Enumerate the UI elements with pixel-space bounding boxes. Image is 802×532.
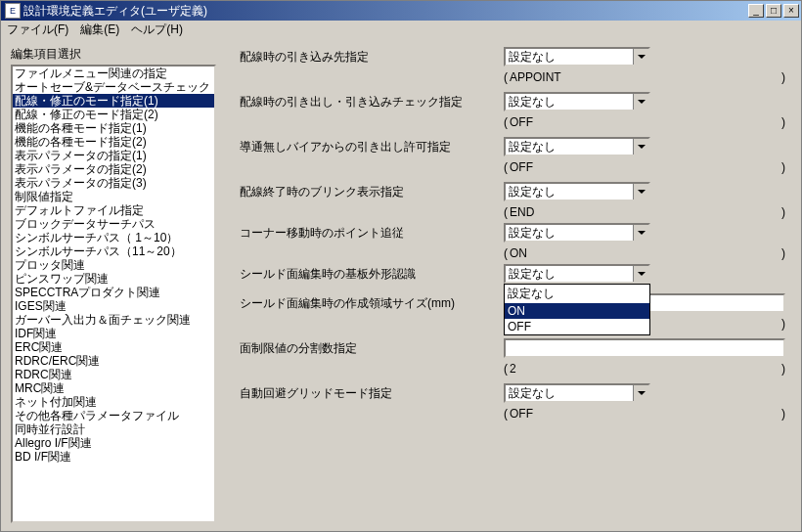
chevron-down-icon[interactable] [633, 49, 648, 65]
list-item[interactable]: BD I/F関連 [13, 450, 214, 464]
combo-r6[interactable]: 設定なし [504, 264, 650, 284]
chevron-down-icon[interactable] [633, 385, 648, 401]
dropdown-r6[interactable]: 設定なし ON OFF [504, 284, 650, 335]
list-item[interactable]: 制限値指定 [13, 190, 214, 203]
label-r1: 配線時の引き込み先指定 [240, 49, 504, 66]
list-item[interactable]: プロッタ関連 [13, 258, 214, 272]
combo-r5[interactable]: 設定なし [504, 223, 650, 243]
combo-r2[interactable]: 設定なし [504, 92, 650, 111]
list-item[interactable]: 機能の各種モード指定(1) [13, 121, 214, 135]
menu-help[interactable]: ヘルプ(H) [131, 22, 183, 38]
list-item[interactable]: デフォルトファイル指定 [13, 203, 214, 217]
list-item[interactable]: 機能の各種モード指定(2) [13, 135, 214, 149]
combo-r9[interactable]: 設定なし [504, 383, 650, 403]
maximize-button[interactable]: □ [766, 4, 781, 18]
list-item[interactable]: 表示パラメータの指定(2) [13, 162, 214, 176]
list-item[interactable]: RDRC/ERC関連 [13, 354, 214, 368]
list-item[interactable]: 配線・修正のモード指定(2) [13, 108, 214, 121]
label-r6: シールド面編集時の基板外形認識 [240, 266, 504, 283]
list-item[interactable]: MRC関連 [13, 381, 214, 395]
titlebar: E 設計環境定義エディタ(ユーザ定義) _ □ × [1, 1, 801, 21]
list-item[interactable]: ERC関連 [13, 340, 214, 354]
chevron-down-icon[interactable] [633, 139, 648, 155]
chevron-down-icon[interactable] [633, 94, 648, 110]
list-item[interactable]: 表示パラメータの指定(3) [13, 176, 214, 190]
status-r2: OFF [508, 115, 781, 129]
list-item[interactable]: ガーバー入出力＆面チェック関連 [13, 313, 214, 327]
list-item[interactable]: 同時並行設計 [13, 422, 214, 436]
menu-file[interactable]: ファイル(F) [7, 22, 68, 38]
label-r5: コーナー移動時のポイント追従 [240, 225, 504, 242]
status-r4: END [508, 205, 781, 219]
list-item[interactable]: シンボルサーチパス（ 1～10） [13, 231, 214, 244]
list-item[interactable]: ファイルメニュー関連の指定 [13, 66, 214, 80]
minimize-button[interactable]: _ [748, 4, 764, 18]
dropdown-option[interactable]: 設定なし [505, 285, 649, 303]
status-r1: APPOINT [508, 70, 781, 84]
close-button[interactable]: × [783, 4, 799, 18]
combo-r3[interactable]: 設定なし [504, 137, 650, 156]
status-r9: OFF [508, 407, 781, 421]
status-r3: OFF [508, 160, 781, 174]
menubar: ファイル(F) 編集(E) ヘルプ(H) [1, 21, 801, 38]
label-r7: シールド面編集時の作成領域サイズ(mm) [240, 295, 504, 312]
chevron-down-icon[interactable] [633, 266, 648, 282]
list-item[interactable]: Allegro I/F関連 [13, 436, 214, 450]
list-item[interactable]: ブロックデータサーチパス [13, 217, 214, 231]
category-listbox[interactable]: ファイルメニュー関連の指定オートセーブ&データベースチェック配線・修正のモード指… [11, 65, 216, 523]
list-label: 編集項目選択 [11, 46, 216, 63]
label-r2: 配線時の引き出し・引き込みチェック指定 [240, 94, 504, 111]
list-item[interactable]: オートセーブ&データベースチェック [13, 80, 214, 94]
label-r4: 配線終了時のブリンク表示指定 [240, 184, 504, 200]
label-r8: 面制限値の分割数指定 [240, 340, 504, 357]
menu-edit[interactable]: 編集(E) [80, 22, 119, 38]
chevron-down-icon[interactable] [633, 184, 648, 200]
list-item[interactable]: その他各種パラメータファイル [13, 409, 214, 422]
app-icon: E [5, 3, 21, 19]
combo-r1[interactable]: 設定なし [504, 47, 650, 66]
list-item[interactable]: ピンスワップ関連 [13, 272, 214, 286]
list-item[interactable]: ネット付加関連 [13, 395, 214, 409]
status-r5: ON [508, 246, 781, 260]
list-item[interactable]: 表示パラメータの指定(1) [13, 149, 214, 162]
dropdown-option[interactable]: ON [505, 303, 649, 319]
combo-r4[interactable]: 設定なし [504, 182, 650, 201]
window-title: 設計環境定義エディタ(ユーザ定義) [23, 3, 748, 20]
list-item[interactable]: IGES関連 [13, 299, 214, 313]
list-item[interactable]: 配線・修正のモード指定(1) [13, 94, 214, 108]
list-item[interactable]: IDF関連 [13, 327, 214, 340]
chevron-down-icon[interactable] [633, 225, 648, 241]
list-item[interactable]: RDRC関連 [13, 368, 214, 381]
label-r9: 自動回避グリッドモード指定 [240, 385, 504, 402]
status-r8: 2 [508, 362, 781, 376]
input-r8[interactable] [504, 338, 785, 358]
list-item[interactable]: SPECCTRAプロダクト関連 [13, 286, 214, 299]
list-item[interactable]: シンボルサーチパス（11～20） [13, 244, 214, 258]
dropdown-option[interactable]: OFF [505, 319, 649, 334]
label-r3: 導通無しバイアからの引き出し許可指定 [240, 139, 504, 155]
